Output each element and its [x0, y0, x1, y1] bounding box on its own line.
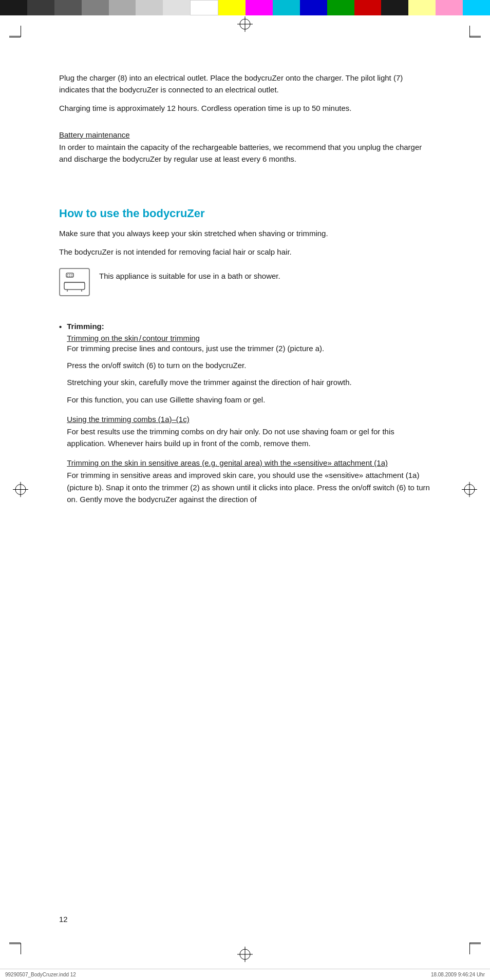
trimming-sub-heading-3: Trimming on the skin in sensitive areas …	[67, 458, 431, 467]
how-to-paragraph-1: Make sure that you always keep your skin…	[59, 227, 431, 239]
bath-icon	[59, 268, 90, 296]
crop-mark-tl2	[9, 36, 21, 36]
color-swatch-5	[109, 0, 136, 15]
color-swatch-lightcyan	[463, 0, 490, 15]
bath-icon-row: This appliance is suitable for use in a …	[59, 268, 431, 296]
bullet-dot: •	[59, 322, 62, 510]
color-swatch-black2	[381, 0, 408, 15]
top-center-crosshair	[237, 16, 253, 33]
color-swatch-lightpink	[436, 0, 463, 15]
page-number: 12	[59, 915, 68, 924]
trimming-sub-para-1b: Press the on/off switch (6) to turn on t…	[67, 359, 431, 371]
color-swatch-7	[163, 0, 190, 15]
battery-paragraph: In order to maintain the capacity of the…	[59, 141, 431, 165]
date-info: 18.08.2009 9:46:24 Uhr	[431, 972, 485, 977]
left-crosshair	[13, 482, 28, 498]
color-swatch-blue	[300, 0, 327, 15]
color-swatch-magenta	[246, 0, 273, 15]
trimming-sub-para-2: For best results use the trimming combs …	[67, 426, 431, 450]
svg-point-14	[69, 276, 70, 277]
how-to-paragraph-2: The bodycruZer is not intended for remov…	[59, 246, 431, 258]
trimming-bullet-item: • Trimming: Trimming on the skin / conto…	[59, 322, 431, 510]
color-swatch-3	[54, 0, 82, 15]
battery-maintenance-heading: Battery maintenance	[59, 130, 431, 139]
charging-paragraph: Plug the charger (8) into an electrical …	[59, 72, 431, 96]
how-to-heading: How to use the bodycruZer	[59, 207, 431, 220]
svg-point-11	[69, 274, 70, 275]
svg-point-10	[67, 274, 68, 275]
color-bar	[0, 0, 490, 15]
trimming-sub-para-3: For trimming in sensitive areas and impr…	[67, 469, 431, 505]
color-swatch-1	[0, 0, 27, 15]
color-swatch-lightyellow	[408, 0, 436, 15]
color-swatch-8	[190, 0, 218, 15]
color-swatch-4	[82, 0, 109, 15]
svg-point-15	[71, 276, 72, 277]
trimming-sub-heading-1: Trimming on the skin / contour trimming	[67, 334, 431, 342]
bottom-bar: 99290507_BodyCruzer.indd 12 18.08.2009 9…	[0, 969, 490, 980]
main-content: Plug the charger (8) into an electrical …	[59, 72, 431, 913]
svg-point-12	[71, 274, 72, 275]
right-crosshair	[462, 482, 477, 498]
color-swatch-red	[354, 0, 382, 15]
bottom-center-crosshair	[237, 947, 253, 964]
trimming-sub-para-1a: For trimming precise lines and contours,…	[67, 342, 431, 354]
trimming-sub-para-1c: Stretching your skin, carefully move the…	[67, 376, 431, 388]
trimming-section: • Trimming: Trimming on the skin / conto…	[59, 322, 431, 510]
color-swatch-green	[327, 0, 354, 15]
trimming-title: Trimming:	[67, 322, 104, 331]
file-info: 99290507_BodyCruzer.indd 12	[5, 972, 76, 977]
trimming-sub-heading-2: Using the trimming combs (1a)–(1c)	[67, 415, 431, 424]
crop-mark-br	[469, 943, 481, 954]
svg-rect-16	[64, 282, 85, 290]
svg-point-13	[67, 276, 68, 277]
crop-mark-br2	[469, 944, 481, 944]
trimming-content: Trimming: Trimming on the skin / contour…	[67, 322, 431, 510]
color-swatch-2	[27, 0, 54, 15]
page: Plug the charger (8) into an electrical …	[0, 0, 490, 980]
crop-mark-bl	[9, 943, 21, 954]
color-swatch-yellow	[218, 0, 246, 15]
trimming-sub-para-1d: For this function, you can use Gillette …	[67, 394, 431, 406]
crop-mark-bl2	[9, 944, 21, 944]
charging-time-paragraph: Charging time is approximately 12 hours.…	[59, 102, 431, 114]
color-swatch-6	[136, 0, 163, 15]
crop-mark-tr2	[469, 36, 481, 36]
color-swatch-cyan	[273, 0, 300, 15]
bath-text: This appliance is suitable for use in a …	[99, 268, 280, 282]
